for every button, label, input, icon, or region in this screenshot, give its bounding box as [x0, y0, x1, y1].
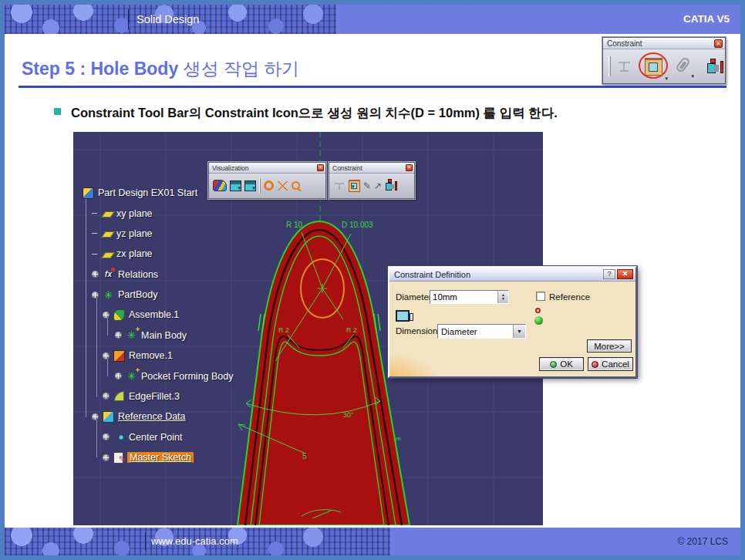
tree-node-label[interactable]: EdgeFillet.3 [129, 391, 180, 402]
close-icon[interactable]: ✕ [617, 269, 633, 279]
expander-icon[interactable] [103, 454, 110, 461]
part-icon [83, 187, 94, 199]
plane-icon [101, 228, 113, 239]
bullet-row: Constraint Tool Bar의 Constraint Icon으로 생… [54, 102, 558, 125]
auto-constraint-icon[interactable]: ↗ [374, 181, 382, 191]
cut-part-icon[interactable]: ▾ [230, 180, 241, 191]
tree-node-label[interactable]: Assemble.1 [129, 309, 179, 320]
tree-node-label[interactable]: Remove.1 [129, 350, 173, 361]
spin-down-icon[interactable]: ▼ [501, 297, 505, 302]
dim-angle-label: 30° [343, 411, 354, 419]
sketch-icon: ✎ [113, 452, 123, 464]
viewport-constraint-toolbar-title: Constraint [332, 164, 406, 172]
tree-node-body[interactable]: ✳+ Main Body [81, 326, 274, 346]
close-icon[interactable]: ✕ [406, 164, 413, 171]
expander-icon[interactable] [115, 373, 122, 380]
bullet-square-icon [54, 108, 61, 115]
dim-diameter-label: D 10.003 [342, 221, 373, 229]
dimension-dropdown[interactable]: Diameter ▼ [437, 324, 526, 339]
reference-data-icon [103, 411, 114, 423]
tree-node-plane[interactable]: yz plane [81, 224, 274, 244]
dim-mark-label: m [396, 435, 401, 442]
viewport-constraint-toolbar: Constraint ✕ ▾ ✎ ↗ [329, 162, 415, 199]
constraint-definition-dialog: Constraint Definition ? ✕ Diameter ▲ ▼ R… [388, 266, 637, 378]
constraints-dialog-icon[interactable] [333, 180, 346, 192]
tree-node-partbody[interactable]: ✳ PartBody [81, 285, 274, 305]
expander-icon[interactable] [92, 292, 99, 299]
magnifier-icon[interactable] [292, 181, 300, 190]
tree-node-master-sketch[interactable]: ✎ Master Sketch [81, 447, 274, 467]
diameter-input[interactable] [430, 291, 497, 303]
constraints-defined-in-dialog-icon[interactable] [616, 58, 633, 75]
close-icon[interactable]: ✕ [317, 164, 324, 171]
ok-led-icon [550, 361, 557, 368]
tree-node-label[interactable]: Relations [118, 269, 158, 280]
expander-icon[interactable] [92, 413, 99, 420]
tree-node-relations[interactable]: fx Relations [81, 265, 274, 285]
fix-together-icon[interactable] [706, 58, 725, 76]
cancel-button[interactable]: Cancel [588, 357, 633, 371]
tree-node-label[interactable]: Center Point [129, 432, 182, 443]
contact-constraint-icon[interactable] [675, 56, 691, 74]
tree-node-reference-data[interactable]: Reference Data [81, 407, 274, 427]
chevron-down-icon[interactable]: ▾ [691, 73, 694, 79]
tree-node-label[interactable]: PartBody [118, 289, 157, 300]
reference-checkbox[interactable] [536, 292, 545, 301]
toolbar-grip[interactable] [608, 56, 611, 76]
pencil-constraint-icon[interactable]: ✎ [363, 181, 371, 191]
more-button[interactable]: More>> [587, 339, 632, 353]
tree-node-label[interactable]: yz plane [116, 228, 153, 239]
chevron-down-icon[interactable]: ▾ [665, 76, 668, 82]
tree-node-label[interactable]: Pocket Forming Body [141, 371, 234, 382]
tree-node-center-point[interactable]: Center Point [81, 427, 274, 447]
tree-node-assemble[interactable]: Assemble.1 [81, 305, 274, 325]
tree-node-edgefillet[interactable]: EdgeFillet.3 [81, 386, 274, 407]
diameter-input-wrap: ▲ ▼ [430, 290, 509, 304]
expander-icon[interactable] [103, 312, 110, 319]
tree-tick [92, 254, 97, 255]
expander-icon[interactable] [103, 433, 110, 440]
close-icon[interactable]: ✕ [714, 39, 723, 48]
animate-constraint-icon[interactable] [385, 179, 398, 192]
visualization-toolbar: Visualization ✕ ▾ ▾ [208, 162, 326, 199]
brand-label: CATIA V5 [683, 5, 730, 34]
expander-icon[interactable] [103, 393, 110, 400]
diagnostics-icon[interactable] [264, 180, 274, 191]
tree-node-label[interactable]: zx plane [116, 248, 153, 259]
expander-icon[interactable] [92, 271, 99, 278]
ok-button-label: OK [560, 359, 573, 369]
tree-node-remove[interactable]: Remove.1 [81, 346, 274, 366]
visualization-toolbar-icons: ▾ ▾ [209, 174, 325, 197]
remove-icon [113, 350, 125, 362]
tree-node-plane[interactable]: xy plane [81, 203, 274, 223]
specification-tree: Part Design EX01 Start xy plane yz plane… [81, 183, 274, 467]
tree-tick [92, 213, 97, 214]
help-icon[interactable]: ? [603, 269, 615, 279]
constraint-icon[interactable] [645, 58, 662, 76]
header-divider [128, 9, 129, 29]
dropdown-arrow-icon[interactable]: ▼ [513, 325, 525, 338]
tree-node-body[interactable]: ✳+ Pocket Forming Body [81, 366, 274, 386]
constraint-icon[interactable]: ▾ [349, 180, 360, 192]
tree-node-label[interactable]: xy plane [116, 208, 153, 219]
viewport-constraint-toolbar-titlebar[interactable]: Constraint ✕ [329, 163, 414, 174]
usual-view-icon[interactable]: ▾ [244, 180, 256, 191]
constraint-palette-titlebar[interactable]: Constraint ✕ [603, 38, 725, 49]
dimension-label: Dimension [396, 326, 437, 336]
visualization-toolbar-titlebar[interactable]: Visualization ✕ [209, 163, 325, 174]
swap-visible-space-icon[interactable] [277, 181, 288, 191]
dim-r2-left-label: R 2 [278, 326, 289, 334]
shading-mode-icon[interactable] [213, 180, 227, 191]
dialog-titlebar[interactable]: Constraint Definition ? ✕ [389, 268, 635, 282]
spinner-control[interactable]: ▲ ▼ [497, 291, 508, 303]
tree-node-label[interactable]: Part Design EX01 Start [98, 187, 197, 198]
tree-node-label[interactable]: Reference Data [118, 411, 186, 422]
assemble-icon [113, 309, 125, 321]
expander-icon[interactable] [103, 353, 110, 359]
tree-node-plane[interactable]: zx plane [81, 244, 274, 264]
expander-icon[interactable] [115, 332, 122, 339]
tree-node-label-selected[interactable]: Master Sketch [127, 452, 194, 463]
tree-node-label[interactable]: Main Body [141, 330, 187, 341]
ok-button[interactable]: OK [539, 357, 584, 371]
plane-icon [101, 248, 113, 260]
